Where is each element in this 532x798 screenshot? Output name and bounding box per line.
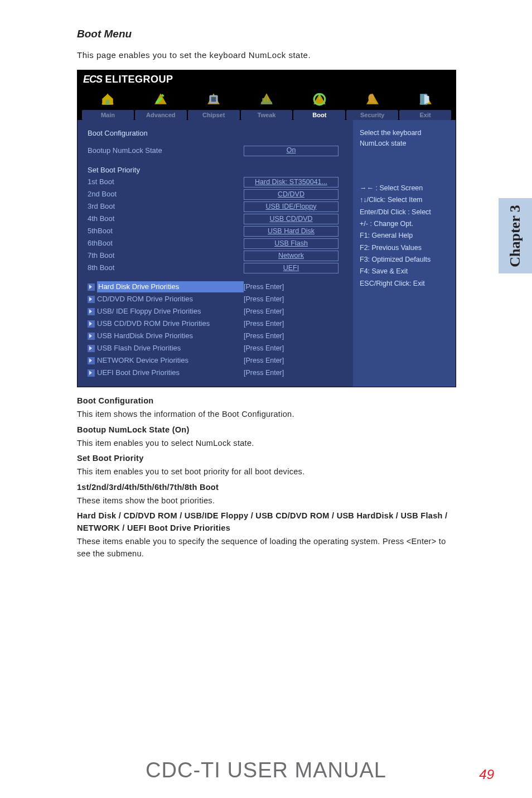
sub-hdd[interactable]: Hard Disk Drive Priorities[Press Enter] — [88, 281, 344, 293]
tab-advanced-label: Advanced — [135, 110, 187, 120]
sub-usb-hdd[interactable]: USB HardDisk Drive Priorities[Press Ente… — [88, 330, 344, 342]
tab-chipset[interactable]: Chipset — [188, 90, 240, 120]
sub-network[interactable]: NETWORK Device Priorities[Press Enter] — [88, 354, 344, 367]
svg-rect-1 — [106, 100, 110, 105]
boot-4-value[interactable]: USB CD/DVD — [244, 214, 338, 224]
tab-main-label: Main — [82, 110, 134, 120]
context-help-2: NumLock state — [360, 138, 449, 149]
svg-rect-10 — [268, 99, 270, 102]
sub-usb-floppy[interactable]: USB/ IDE Floppy Drive Priorities[Press E… — [88, 305, 344, 318]
sub-usb-flash[interactable]: USB Flash Drive Priorities[Press Enter] — [88, 342, 344, 354]
boot-4[interactable]: 4th BootUSB CD/DVD — [88, 213, 344, 225]
svg-rect-13 — [319, 94, 320, 99]
boot-5-value[interactable]: USB Hard Disk — [244, 226, 338, 237]
boot-3-value[interactable]: USB IDE/Floppy — [244, 201, 338, 212]
chevron-right-icon — [88, 357, 95, 364]
chevron-right-icon — [88, 369, 95, 377]
chapter-tab: Chapter 3 — [499, 198, 532, 273]
section-intro: This page enables you to set the keyboar… — [77, 50, 459, 60]
numlock-value[interactable]: On — [244, 146, 338, 156]
tab-tweak-label: Tweak — [241, 110, 293, 120]
boot-3[interactable]: 3rd BootUSB IDE/Floppy — [88, 200, 344, 213]
tab-exit[interactable]: Exit — [399, 90, 451, 120]
numlock-label: Bootup NumLock State — [88, 145, 244, 156]
page-number: 49 — [479, 767, 494, 782]
svg-rect-8 — [262, 98, 264, 102]
boot-config-heading: Boot Configuration — [88, 128, 344, 139]
tab-main[interactable]: Main — [82, 90, 134, 120]
chevron-right-icon — [88, 296, 95, 303]
boot-2[interactable]: 2nd BootCD/DVD — [88, 188, 344, 200]
h-drive-priorities: Hard Disk / CD/DVD ROM / USB/IDE Floppy … — [77, 510, 459, 535]
footer: CDC-TI USER MANUAL — [0, 758, 532, 782]
set-boot-priority-heading: Set Boot Priority — [88, 165, 344, 176]
sub-cddvd[interactable]: CD/DVD ROM Drive Priorities[Press Enter] — [88, 293, 344, 305]
p-drive-priorities: These items enable you to specify the se… — [77, 536, 459, 560]
boot-5[interactable]: 5thBootUSB Hard Disk — [88, 225, 344, 237]
tab-exit-label: Exit — [399, 110, 451, 120]
chevron-right-icon — [88, 345, 95, 352]
boot-7-value[interactable]: Network — [244, 251, 338, 261]
svg-rect-5 — [211, 97, 216, 102]
h-numlock: Bootup NumLock State (On) — [77, 424, 459, 436]
tab-chipset-label: Chipset — [188, 110, 240, 120]
below-bios-text: Boot Configuration This item shows the i… — [77, 395, 459, 560]
tab-advanced[interactable]: Advanced — [135, 90, 187, 120]
chevron-right-icon — [88, 283, 95, 291]
p-boot-order: These items show the boot priorities. — [77, 495, 459, 507]
svg-rect-16 — [372, 100, 376, 104]
tab-security[interactable]: Security — [346, 90, 398, 120]
bios-help-pane: Select the keyboard NumLock state →← : S… — [353, 120, 456, 387]
bios-brand-bar: ECS ELITEGROUP — [78, 70, 456, 86]
tab-boot[interactable]: Boot — [293, 90, 345, 120]
tab-boot-label: Boot — [293, 110, 345, 120]
boot-6[interactable]: 6thBootUSB Flash — [88, 237, 344, 249]
context-help-1: Select the keyboard — [360, 128, 449, 138]
bios-tabs: Main Advanced Chipset Tweak — [78, 86, 456, 120]
chevron-right-icon — [88, 308, 95, 315]
bios-body: Boot Configuration Bootup NumLock State … — [78, 120, 456, 387]
key-help: →← : Select Screen ↑↓/Click: Select Item… — [360, 183, 449, 289]
h-boot-config: Boot Configuration — [77, 395, 459, 407]
chevron-right-icon — [88, 320, 95, 328]
tab-security-label: Security — [346, 110, 398, 120]
p-numlock: This item enables you to select NumLock … — [77, 438, 459, 450]
h-set-priority: Set Boot Priority — [77, 453, 459, 465]
boot-1-value[interactable]: Hard Disk: ST350041... — [244, 177, 338, 188]
boot-8-value[interactable]: UEFI — [244, 263, 338, 273]
bios-left-pane: Boot Configuration Bootup NumLock State … — [78, 120, 353, 387]
svg-rect-9 — [265, 96, 267, 102]
footer-title: CDC-TI USER MANUAL — [0, 758, 532, 782]
boot-8[interactable]: 8th BootUEFI — [88, 262, 344, 274]
sub-usb-cddvd[interactable]: USB CD/DVD ROM Drive Priorities[Press En… — [88, 318, 344, 330]
chapter-tab-text: Chapter 3 — [507, 205, 524, 267]
p-set-priority: This item enables you to set boot priori… — [77, 466, 459, 478]
section-title: Boot Menu — [77, 28, 459, 40]
boot-1[interactable]: 1st BootHard Disk: ST350041... — [88, 176, 344, 188]
tab-tweak[interactable]: Tweak — [241, 90, 293, 120]
boot-7[interactable]: 7th BootNetwork — [88, 249, 344, 262]
sub-uefi[interactable]: UEFI Boot Drive Priorities[Press Enter] — [88, 367, 344, 379]
svg-rect-7 — [261, 102, 272, 104]
numlock-row[interactable]: Bootup NumLock State On — [88, 145, 344, 157]
bios-brand: ECS ELITEGROUP — [83, 74, 173, 85]
boot-6-value[interactable]: USB Flash — [244, 238, 338, 249]
chevron-right-icon — [88, 333, 95, 340]
p-boot-config: This item shows the information of the B… — [77, 408, 459, 421]
bios-screenshot: ECS ELITEGROUP Main Advanced Chipset — [77, 70, 456, 387]
h-boot-order: 1st/2nd/3rd/4th/5th/6th/7th/8th Boot — [77, 482, 459, 494]
boot-2-value[interactable]: CD/DVD — [244, 189, 338, 200]
